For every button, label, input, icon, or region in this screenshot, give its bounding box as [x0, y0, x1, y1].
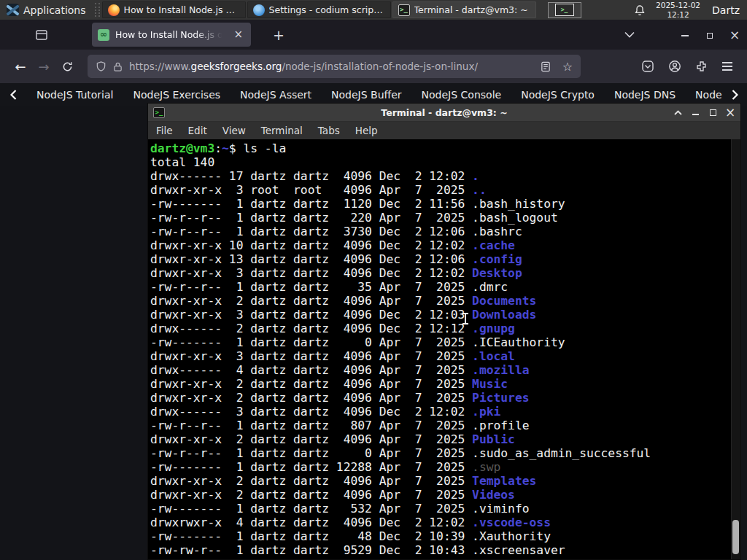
applications-menu-button[interactable]: Applications [0, 0, 93, 20]
back-icon[interactable]: ← [9, 55, 32, 77]
terminal-menu-view[interactable]: View [222, 125, 246, 136]
window-minimize-button[interactable] [673, 29, 697, 41]
url-text: https://www.geeksforgeeks.org/node-js/in… [129, 61, 534, 72]
terminal-ls-line: -rw-rw-r-- 1 dartz dartz 9529 Dec 2 10:4… [150, 543, 740, 557]
terminal-menu-help[interactable]: Help [355, 125, 378, 136]
prompt-colon: : [214, 141, 222, 155]
firefox-view-icon[interactable] [32, 26, 51, 44]
file-name: .bash_history [472, 197, 565, 211]
terminal-ls-line: -rw-r--r-- 1 dartz dartz 807 Apr 7 2025 … [150, 419, 740, 432]
panel-window-button-vscodium[interactable]: Settings - codium script... [247, 1, 391, 18]
panel-window-title: How to Install Node.js o... [124, 4, 240, 15]
panel-username[interactable]: Dartz [712, 4, 740, 16]
nav-link-nodejs-dns[interactable]: NodeJS DNS [614, 89, 676, 101]
file-name: .local [472, 349, 515, 363]
terminal-ls-line: -rw-r--r-- 1 dartz dartz 35 Apr 7 2025 .… [150, 280, 740, 294]
reload-icon[interactable] [55, 55, 79, 77]
nav-link-nodejs-console[interactable]: NodeJS Console [422, 89, 502, 101]
nav-link-nodejs-crypto[interactable]: NodeJS Crypto [521, 89, 595, 101]
ls-line-meta: drwxr-xr-x 3 dartz dartz 4096 Apr 7 2025 [150, 349, 472, 363]
scroll-right-chevron-icon[interactable] [732, 90, 738, 100]
terminal-ls-line: drwxr-xr-x 2 dartz dartz 4096 Apr 7 2025… [150, 377, 740, 391]
browser-tab-active[interactable]: ∞ How to Install Node.js on × [92, 23, 251, 47]
ls-line-meta: -rw-r--r-- 1 dartz dartz 0 Apr 7 2025 [150, 446, 472, 460]
terminal-scrollbar-track[interactable] [731, 139, 740, 559]
file-name: .profile [472, 419, 529, 432]
new-tab-button[interactable]: + [267, 27, 290, 43]
scroll-left-chevron-icon[interactable] [10, 90, 17, 100]
ls-line-meta: drwx------ 2 dartz dartz 4096 Dec 2 12:1… [150, 322, 472, 335]
terminal-ls-line: drwx------ 2 dartz dartz 4096 Dec 2 12:1… [150, 322, 740, 335]
nav-link-nodejs-buffer[interactable]: NodeJS Buffer [331, 89, 402, 101]
file-name: .gnupg [472, 322, 515, 335]
bookmark-star-icon[interactable]: ☆ [562, 60, 573, 74]
window-close-button[interactable]: × [722, 28, 747, 42]
vscodium-icon [253, 4, 265, 16]
notification-bell-icon[interactable] [634, 4, 646, 16]
list-all-tabs-icon[interactable] [624, 31, 635, 38]
panel-handle [95, 3, 100, 17]
window-restore-button[interactable] [697, 29, 722, 41]
forward-icon: → [32, 55, 55, 77]
panel-window-button-terminal[interactable]: Terminal - dartz@vm3: ~ [392, 1, 536, 18]
nav-link-nodejs-assert[interactable]: NodeJS Assert [240, 89, 311, 101]
clock-time: 12:12 [656, 10, 700, 20]
tab-close-icon[interactable]: × [231, 28, 245, 41]
url-bar[interactable]: https://www.geeksforgeeks.org/node-js/in… [88, 55, 581, 78]
terminal-shade-icon[interactable] [673, 107, 683, 117]
ls-line-meta: -rw-rw-r-- 1 dartz dartz 9529 Dec 2 10:4… [150, 543, 472, 557]
nav-link-node[interactable]: Node [695, 89, 722, 101]
terminal-output: dartz@vm3:~$ ls -latotal 140drwx------ 1… [150, 141, 740, 557]
terminal-scrollbar-thumb[interactable] [732, 520, 739, 554]
file-name: Videos [472, 488, 515, 502]
file-name: .cache [472, 238, 515, 252]
reader-mode-icon[interactable] [541, 61, 551, 72]
top-panel: Applications How to Install Node.js o...… [0, 0, 747, 20]
terminal-minimize-button[interactable] [690, 107, 700, 117]
terminal-close-button[interactable]: × [725, 107, 735, 117]
terminal-menu-tabs[interactable]: Tabs [318, 125, 340, 136]
url-domain: geeksforgeeks.org [191, 61, 282, 72]
terminal-ls-line: drwxr-xr-x 2 dartz dartz 4096 Apr 7 2025… [150, 474, 740, 488]
workspace-pager[interactable]: >_ [548, 2, 581, 18]
terminal-menu-terminal[interactable]: Terminal [261, 125, 303, 136]
file-name: .bash_logout [472, 211, 558, 225]
gfg-nav-links: NodeJS TutorialNodeJS ExercisesNodeJS As… [36, 89, 722, 101]
ls-line-meta: -rw-r--r-- 1 dartz dartz 35 Apr 7 2025 [150, 280, 472, 294]
prompt-command: $ ls -la [229, 141, 286, 155]
menu-hamburger-icon[interactable] [722, 62, 732, 70]
terminal-titlebar[interactable]: >_ Terminal - dartz@vm3: ~ × [148, 104, 740, 122]
url-prefix: https://www. [129, 61, 191, 72]
urlbar-right-icons: ☆ [541, 60, 573, 74]
tabbar-right-controls: × [624, 20, 747, 50]
shield-icon [96, 61, 107, 72]
terminal-maximize-button[interactable] [708, 107, 718, 117]
nav-link-nodejs-exercises[interactable]: NodeJS Exercises [133, 89, 220, 101]
tab-title: How to Install Node.js on [115, 29, 225, 40]
account-icon[interactable] [668, 60, 681, 73]
terminal-menu-edit[interactable]: Edit [188, 125, 207, 136]
clock-date: 2025-12-02 [656, 1, 700, 10]
ls-line-meta: drwx------ 4 dartz dartz 4096 Apr 7 2025 [150, 363, 472, 377]
panel-window-button-firefox[interactable]: How to Install Node.js o... [102, 1, 246, 18]
file-name: .pki [472, 405, 500, 419]
terminal-content[interactable]: dartz@vm3:~$ ls -latotal 140drwx------ 1… [148, 139, 740, 559]
terminal-ls-line: drwxr-xr-x 2 dartz dartz 4096 Apr 7 2025… [150, 294, 740, 308]
prompt-user: dartz@vm3 [150, 141, 214, 155]
url-path: /node-js/installation-of-node-js-on-linu… [282, 61, 478, 72]
file-name: .ICEauthority [472, 335, 565, 349]
ls-line-meta: -rw------- 1 dartz dartz 1120 Dec 2 11:5… [150, 197, 472, 211]
panel-clock[interactable]: 2025-12-02 12:12 [656, 1, 700, 19]
ls-line-meta: drwxr-xr-x 2 dartz dartz 4096 Apr 7 2025 [150, 432, 472, 446]
terminal-prompt-line: dartz@vm3:~$ ls -la [150, 141, 740, 155]
nav-link-nodejs-tutorial[interactable]: NodeJS Tutorial [36, 89, 113, 101]
file-name: .sudo_as_admin_successful [472, 446, 651, 460]
ls-line-meta: -rw------- 1 dartz dartz 0 Apr 7 2025 [150, 335, 472, 349]
lock-icon [113, 61, 123, 72]
extensions-puzzle-icon[interactable] [695, 60, 708, 73]
pocket-icon[interactable] [641, 60, 654, 73]
prompt-path: ~ [222, 141, 229, 155]
firefox-icon [108, 4, 120, 16]
terminal-menu-file[interactable]: File [156, 125, 173, 136]
terminal-ls-line: drwx------ 17 dartz dartz 4096 Dec 2 12:… [150, 169, 740, 183]
